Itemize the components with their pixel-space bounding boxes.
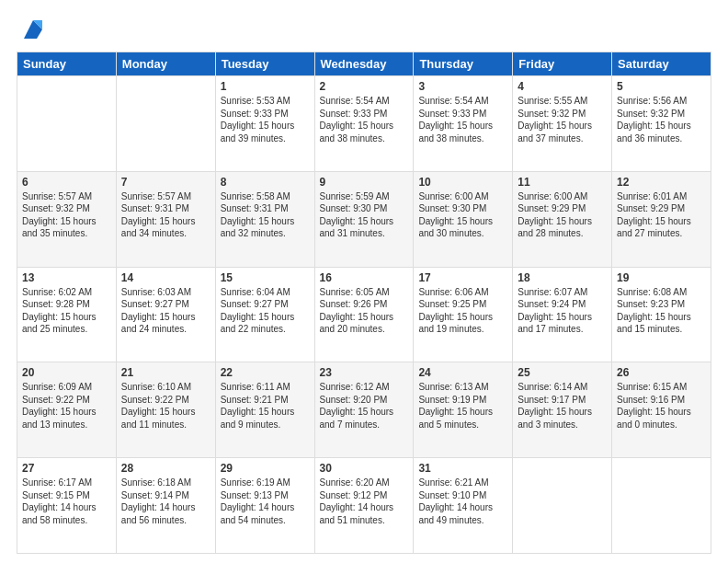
week-row-2: 6Sunrise: 5:57 AMSunset: 9:32 PMDaylight… (17, 171, 711, 267)
day-number: 16 (320, 271, 409, 284)
day-cell (513, 458, 612, 554)
day-number: 26 (617, 366, 706, 379)
header (17, 17, 711, 42)
day-cell: 7Sunrise: 5:57 AMSunset: 9:31 PMDaylight… (116, 171, 215, 267)
day-number: 29 (221, 462, 310, 475)
day-cell: 25Sunrise: 6:14 AMSunset: 9:17 PMDayligh… (513, 362, 612, 458)
week-row-5: 27Sunrise: 6:17 AMSunset: 9:15 PMDayligh… (17, 458, 711, 554)
day-number: 11 (518, 176, 607, 189)
day-number: 4 (518, 80, 607, 93)
header-monday: Monday (116, 52, 215, 76)
day-cell (17, 76, 117, 172)
day-info: Sunrise: 6:11 AMSunset: 9:21 PMDaylight:… (221, 381, 310, 431)
day-cell (612, 458, 711, 554)
day-cell: 19Sunrise: 6:08 AMSunset: 9:23 PMDayligh… (612, 267, 711, 362)
day-cell: 17Sunrise: 6:06 AMSunset: 9:25 PMDayligh… (414, 267, 513, 362)
day-number: 17 (418, 271, 507, 284)
day-cell: 24Sunrise: 6:13 AMSunset: 9:19 PMDayligh… (414, 362, 513, 458)
day-cell: 5Sunrise: 5:56 AMSunset: 9:32 PMDaylight… (612, 76, 711, 172)
logo-icon (20, 17, 46, 42)
day-number: 22 (221, 366, 310, 379)
day-cell: 10Sunrise: 6:00 AMSunset: 9:30 PMDayligh… (414, 171, 513, 267)
day-info: Sunrise: 6:00 AMSunset: 9:30 PMDaylight:… (418, 190, 507, 240)
day-info: Sunrise: 6:02 AMSunset: 9:28 PMDaylight:… (22, 286, 111, 336)
day-cell: 20Sunrise: 6:09 AMSunset: 9:22 PMDayligh… (17, 362, 117, 458)
header-wednesday: Wednesday (314, 52, 414, 76)
day-number: 6 (22, 176, 111, 189)
calendar-table: SundayMondayTuesdayWednesdayThursdayFrid… (17, 52, 711, 554)
day-number: 25 (518, 366, 607, 379)
day-number: 3 (418, 80, 507, 93)
day-info: Sunrise: 6:03 AMSunset: 9:27 PMDaylight:… (121, 286, 210, 336)
day-info: Sunrise: 6:07 AMSunset: 9:24 PMDaylight:… (518, 286, 607, 336)
day-cell: 6Sunrise: 5:57 AMSunset: 9:32 PMDaylight… (17, 171, 117, 267)
day-info: Sunrise: 6:20 AMSunset: 9:12 PMDaylight:… (320, 477, 409, 526)
day-cell: 21Sunrise: 6:10 AMSunset: 9:22 PMDayligh… (116, 362, 215, 458)
day-info: Sunrise: 6:19 AMSunset: 9:13 PMDaylight:… (221, 477, 310, 526)
day-number: 23 (320, 366, 409, 379)
day-info: Sunrise: 6:12 AMSunset: 9:20 PMDaylight:… (320, 381, 409, 431)
day-number: 10 (418, 176, 507, 189)
day-cell: 15Sunrise: 6:04 AMSunset: 9:27 PMDayligh… (215, 267, 314, 362)
day-info: Sunrise: 5:53 AMSunset: 9:33 PMDaylight:… (221, 95, 310, 144)
day-info: Sunrise: 6:05 AMSunset: 9:26 PMDaylight:… (320, 286, 409, 336)
logo (17, 17, 46, 42)
day-info: Sunrise: 6:10 AMSunset: 9:22 PMDaylight:… (121, 381, 210, 431)
day-cell: 9Sunrise: 5:59 AMSunset: 9:30 PMDaylight… (314, 171, 414, 267)
day-number: 19 (617, 271, 706, 284)
page: SundayMondayTuesdayWednesdayThursdayFrid… (0, 0, 728, 563)
day-cell: 30Sunrise: 6:20 AMSunset: 9:12 PMDayligh… (314, 458, 414, 554)
day-info: Sunrise: 5:54 AMSunset: 9:33 PMDaylight:… (320, 95, 409, 144)
week-row-1: 1Sunrise: 5:53 AMSunset: 9:33 PMDaylight… (17, 76, 711, 172)
day-number: 8 (221, 176, 310, 189)
day-info: Sunrise: 6:15 AMSunset: 9:16 PMDaylight:… (617, 381, 706, 431)
day-info: Sunrise: 6:17 AMSunset: 9:15 PMDaylight:… (22, 477, 111, 526)
day-cell: 26Sunrise: 6:15 AMSunset: 9:16 PMDayligh… (612, 362, 711, 458)
day-number: 13 (22, 271, 111, 284)
day-cell: 29Sunrise: 6:19 AMSunset: 9:13 PMDayligh… (215, 458, 314, 554)
header-thursday: Thursday (414, 52, 513, 76)
day-info: Sunrise: 5:57 AMSunset: 9:31 PMDaylight:… (121, 190, 210, 240)
day-cell: 2Sunrise: 5:54 AMSunset: 9:33 PMDaylight… (314, 76, 414, 172)
day-info: Sunrise: 6:00 AMSunset: 9:29 PMDaylight:… (518, 190, 607, 240)
day-info: Sunrise: 6:14 AMSunset: 9:17 PMDaylight:… (518, 381, 607, 431)
day-info: Sunrise: 5:54 AMSunset: 9:33 PMDaylight:… (418, 95, 507, 144)
day-number: 18 (518, 271, 607, 284)
day-info: Sunrise: 6:09 AMSunset: 9:22 PMDaylight:… (22, 381, 111, 431)
day-number: 14 (121, 271, 210, 284)
day-info: Sunrise: 5:58 AMSunset: 9:31 PMDaylight:… (221, 190, 310, 240)
day-info: Sunrise: 5:59 AMSunset: 9:30 PMDaylight:… (320, 190, 409, 240)
week-row-4: 20Sunrise: 6:09 AMSunset: 9:22 PMDayligh… (17, 362, 711, 458)
day-info: Sunrise: 6:01 AMSunset: 9:29 PMDaylight:… (617, 190, 706, 240)
day-cell: 22Sunrise: 6:11 AMSunset: 9:21 PMDayligh… (215, 362, 314, 458)
day-info: Sunrise: 6:13 AMSunset: 9:19 PMDaylight:… (418, 381, 507, 431)
week-row-3: 13Sunrise: 6:02 AMSunset: 9:28 PMDayligh… (17, 267, 711, 362)
day-cell (116, 76, 215, 172)
day-number: 28 (121, 462, 210, 475)
day-number: 20 (22, 366, 111, 379)
day-info: Sunrise: 5:57 AMSunset: 9:32 PMDaylight:… (22, 190, 111, 240)
day-cell: 18Sunrise: 6:07 AMSunset: 9:24 PMDayligh… (513, 267, 612, 362)
day-cell: 16Sunrise: 6:05 AMSunset: 9:26 PMDayligh… (314, 267, 414, 362)
header-sunday: Sunday (17, 52, 117, 76)
header-saturday: Saturday (612, 52, 711, 76)
day-number: 15 (221, 271, 310, 284)
day-info: Sunrise: 6:21 AMSunset: 9:10 PMDaylight:… (418, 477, 507, 526)
header-tuesday: Tuesday (215, 52, 314, 76)
day-cell: 14Sunrise: 6:03 AMSunset: 9:27 PMDayligh… (116, 267, 215, 362)
day-cell: 8Sunrise: 5:58 AMSunset: 9:31 PMDaylight… (215, 171, 314, 267)
day-number: 24 (418, 366, 507, 379)
day-number: 27 (22, 462, 111, 475)
day-cell: 3Sunrise: 5:54 AMSunset: 9:33 PMDaylight… (414, 76, 513, 172)
day-info: Sunrise: 6:18 AMSunset: 9:14 PMDaylight:… (121, 477, 210, 526)
day-cell: 23Sunrise: 6:12 AMSunset: 9:20 PMDayligh… (314, 362, 414, 458)
day-cell: 12Sunrise: 6:01 AMSunset: 9:29 PMDayligh… (612, 171, 711, 267)
day-number: 30 (320, 462, 409, 475)
day-info: Sunrise: 6:04 AMSunset: 9:27 PMDaylight:… (221, 286, 310, 336)
header-friday: Friday (513, 52, 612, 76)
day-info: Sunrise: 5:56 AMSunset: 9:32 PMDaylight:… (617, 95, 706, 144)
calendar-header-row: SundayMondayTuesdayWednesdayThursdayFrid… (17, 52, 711, 76)
day-number: 9 (320, 176, 409, 189)
day-cell: 4Sunrise: 5:55 AMSunset: 9:32 PMDaylight… (513, 76, 612, 172)
day-cell: 27Sunrise: 6:17 AMSunset: 9:15 PMDayligh… (17, 458, 117, 554)
